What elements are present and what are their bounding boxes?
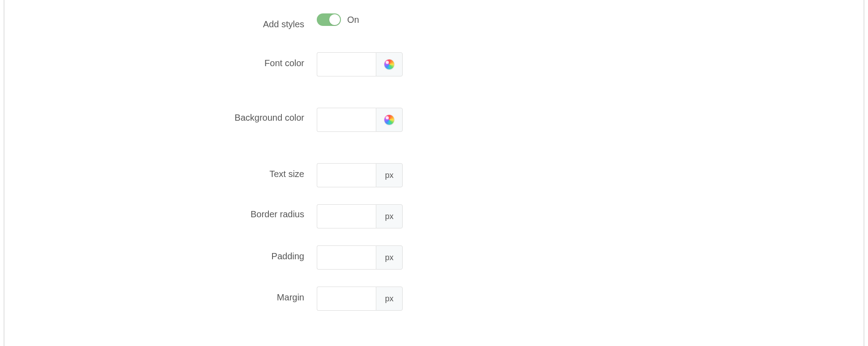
add-styles-toggle[interactable]: [317, 13, 341, 26]
border-radius-input-group: px: [317, 204, 403, 228]
background-color-input[interactable]: [317, 108, 376, 132]
row-add-styles: Add styles On: [4, 13, 864, 31]
control-font-color: [317, 52, 433, 76]
text-size-unit: px: [376, 163, 403, 187]
font-color-picker-button[interactable]: [376, 52, 403, 76]
label-margin: Margin: [4, 287, 317, 304]
color-wheel-icon: [384, 59, 394, 69]
margin-input-group: px: [317, 287, 403, 311]
font-color-input[interactable]: [317, 52, 376, 76]
control-padding: px: [317, 245, 433, 270]
padding-input[interactable]: [317, 245, 376, 270]
label-font-color: Font color: [4, 52, 317, 70]
control-add-styles: On: [317, 13, 433, 26]
background-color-input-group: [317, 108, 403, 132]
settings-panel: Add styles On Font color Background colo…: [4, 0, 864, 346]
control-margin: px: [317, 287, 433, 311]
control-background-color: [317, 108, 433, 132]
row-text-size: Text size px: [4, 163, 864, 187]
row-border-radius: Border radius px: [4, 204, 864, 228]
row-margin: Margin px: [4, 287, 864, 311]
padding-input-group: px: [317, 245, 403, 270]
font-color-input-group: [317, 52, 403, 76]
background-color-picker-button[interactable]: [376, 108, 403, 132]
text-size-input-group: px: [317, 163, 403, 187]
text-size-input[interactable]: [317, 163, 376, 187]
label-padding: Padding: [4, 245, 317, 263]
row-background-color: Background color: [4, 108, 864, 132]
margin-unit: px: [376, 287, 403, 311]
toggle-knob: [329, 14, 340, 25]
row-padding: Padding px: [4, 245, 864, 270]
label-background-color: Background color: [4, 108, 317, 124]
border-radius-unit: px: [376, 204, 403, 228]
label-add-styles: Add styles: [4, 13, 317, 31]
label-border-radius: Border radius: [4, 204, 317, 221]
padding-unit: px: [376, 245, 403, 270]
margin-input[interactable]: [317, 287, 376, 311]
row-font-color: Font color: [4, 52, 864, 76]
control-text-size: px: [317, 163, 433, 187]
color-wheel-icon: [384, 115, 394, 125]
control-border-radius: px: [317, 204, 433, 228]
label-text-size: Text size: [4, 163, 317, 181]
add-styles-state-text: On: [347, 15, 359, 25]
border-radius-input[interactable]: [317, 204, 376, 228]
